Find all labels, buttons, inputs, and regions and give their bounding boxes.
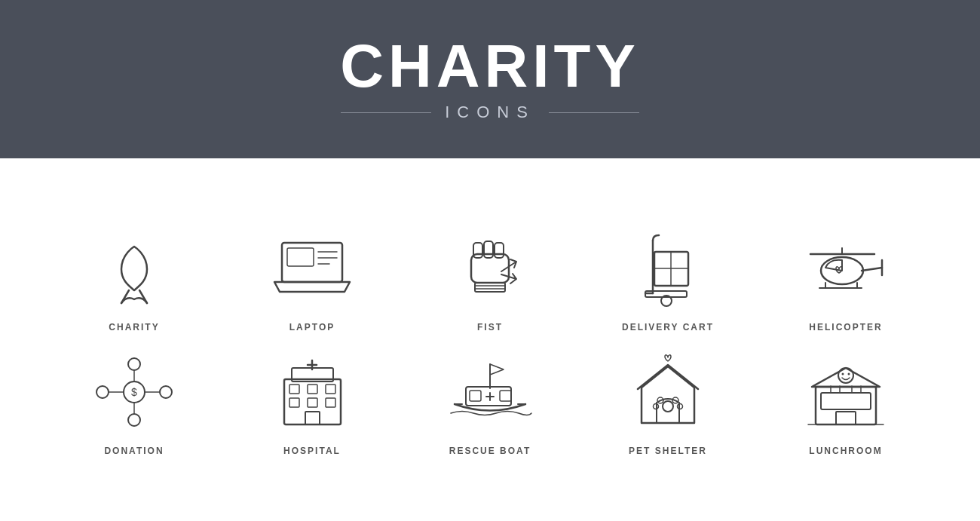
svg-point-56 <box>663 401 673 412</box>
svg-marker-55 <box>642 366 694 423</box>
main-title: CHARITY <box>340 36 640 97</box>
donation-icon: $ <box>89 348 179 438</box>
icon-item-hospital: HOSPITAL <box>244 348 380 456</box>
rescue-boat-icon <box>445 348 535 438</box>
svg-rect-43 <box>289 398 299 407</box>
laptop-icon <box>267 224 357 314</box>
icon-item-donation: $ DONATION <box>66 348 202 456</box>
donation-label: DONATION <box>104 446 164 456</box>
subtitle-row: ICONS <box>341 103 639 122</box>
helicopter-icon <box>801 224 891 314</box>
lunchroom-label: LUNCHROOM <box>809 446 882 456</box>
svg-rect-40 <box>289 385 299 394</box>
icon-item-pet-shelter: PET SHELTER <box>600 348 736 456</box>
svg-rect-10 <box>475 283 505 292</box>
svg-rect-0 <box>282 243 342 282</box>
svg-text:$: $ <box>131 386 137 398</box>
svg-point-64 <box>848 373 850 375</box>
delivery-cart-label: DELIVERY CART <box>622 322 714 333</box>
svg-point-28 <box>128 358 140 370</box>
svg-rect-50 <box>470 391 481 401</box>
rescue-boat-label: RESCUE BOAT <box>449 446 531 456</box>
icon-item-charity: CHARITY <box>66 224 202 333</box>
charity-icon <box>89 224 179 314</box>
svg-rect-8 <box>484 241 493 258</box>
pet-shelter-icon <box>623 348 713 438</box>
icon-item-helicopter: HELICOPTER <box>778 224 914 333</box>
charity-label: CHARITY <box>109 322 159 333</box>
icon-item-delivery-cart: DELIVERY CART <box>600 224 736 333</box>
svg-rect-45 <box>326 398 335 407</box>
pet-shelter-label: PET SHELTER <box>629 446 707 456</box>
svg-rect-70 <box>836 412 856 424</box>
hospital-label: HOSPITAL <box>283 446 341 456</box>
svg-rect-9 <box>495 243 504 258</box>
header-line-left <box>341 112 431 113</box>
header-line-right <box>549 112 639 113</box>
svg-point-32 <box>160 386 172 398</box>
svg-point-62 <box>838 368 853 383</box>
subtitle: ICONS <box>445 103 535 122</box>
fist-icon <box>445 224 535 314</box>
laptop-label: LAPTOP <box>289 322 335 333</box>
svg-rect-36 <box>284 379 341 424</box>
svg-rect-42 <box>326 385 335 394</box>
svg-rect-44 <box>308 398 317 407</box>
helicopter-label: HELICOPTER <box>809 322 882 333</box>
fist-label: FIST <box>477 322 503 333</box>
svg-rect-1 <box>287 248 314 266</box>
svg-rect-41 <box>308 385 317 394</box>
svg-point-34 <box>128 414 140 426</box>
icons-row-1: CHARITY LAPTOP <box>45 224 935 333</box>
icon-item-fist: FIST <box>422 224 558 333</box>
icon-item-laptop: LAPTOP <box>244 224 380 333</box>
header: CHARITY ICONS <box>0 0 980 158</box>
svg-line-21 <box>862 268 882 271</box>
icon-item-lunchroom: LUNCHROOM <box>778 348 914 456</box>
svg-point-63 <box>842 373 844 375</box>
lunchroom-icon <box>801 348 891 438</box>
icons-section: CHARITY LAPTOP <box>0 158 980 521</box>
delivery-cart-icon <box>623 224 713 314</box>
svg-rect-51 <box>500 391 511 401</box>
svg-point-30 <box>96 386 109 398</box>
svg-rect-46 <box>305 412 320 424</box>
hospital-icon <box>267 348 357 438</box>
icons-row-2: $ DONATION <box>45 348 935 456</box>
svg-rect-65 <box>821 393 871 409</box>
icon-item-rescue-boat: RESCUE BOAT <box>422 348 558 456</box>
